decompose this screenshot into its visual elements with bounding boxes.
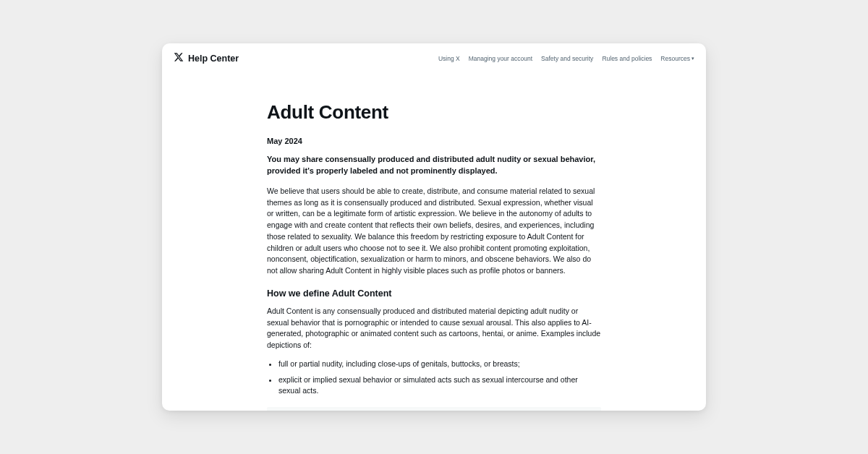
nav-resources[interactable]: Resources ▾ (660, 55, 694, 62)
top-nav: Using X Managing your account Safety and… (438, 55, 694, 62)
help-article-card: Help Center Using X Managing your accoun… (162, 43, 706, 411)
nav-managing-account[interactable]: Managing your account (469, 55, 532, 62)
enforcement-accordion[interactable]: Learn more about our enforcement ⌄ (267, 407, 601, 411)
chevron-down-icon: ▾ (692, 56, 694, 61)
define-bullet-list: full or partial nudity, including close-… (267, 359, 601, 397)
define-paragraph: Adult Content is any consensually produc… (267, 306, 601, 351)
brand[interactable]: Help Center (174, 52, 239, 65)
nav-resources-label: Resources (660, 55, 690, 62)
article-date: May 2024 (267, 137, 601, 145)
intro-paragraph: We believe that users should be able to … (267, 186, 601, 277)
nav-safety-security[interactable]: Safety and security (541, 55, 593, 62)
nav-rules-policies[interactable]: Rules and policies (602, 55, 652, 62)
page-title: Adult Content (267, 101, 601, 124)
article-content: Adult Content May 2024 You may share con… (162, 72, 706, 411)
article-lead: You may share consensually produced and … (267, 154, 601, 177)
define-heading: How we define Adult Content (267, 288, 601, 299)
nav-using-x[interactable]: Using X (438, 55, 460, 62)
list-item: full or partial nudity, including close-… (278, 359, 601, 370)
x-logo-icon (174, 52, 184, 65)
list-item: explicit or implied sexual behavior or s… (278, 374, 601, 398)
brand-text: Help Center (188, 53, 239, 64)
header: Help Center Using X Managing your accoun… (162, 43, 706, 72)
